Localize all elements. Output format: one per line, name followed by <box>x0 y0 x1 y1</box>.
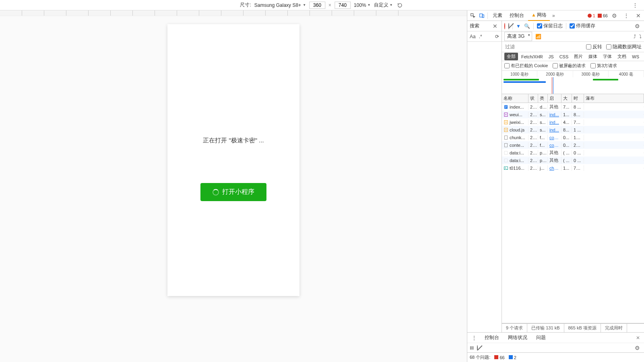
preserve-log-checkbox[interactable]: 保留日志 <box>537 23 563 29</box>
spinner-icon <box>213 189 219 195</box>
download-icon[interactable]: ⤵ <box>639 34 642 39</box>
cell-initiator[interactable]: con... <box>548 135 561 140</box>
height-input[interactable] <box>334 2 351 9</box>
table-header: 名称 状 类 启 大 时 瀑布 <box>502 94 644 103</box>
rotate-icon[interactable] <box>396 1 404 9</box>
close-icon[interactable]: ✕ <box>634 12 642 19</box>
wifi-icon[interactable]: 📶 <box>535 34 541 39</box>
cell-initiator[interactable]: chu... <box>548 165 561 171</box>
tab-elements[interactable]: 元素 <box>489 10 506 21</box>
cell-initiator[interactable]: 其他 <box>548 103 561 110</box>
clear-icon[interactable] <box>508 23 509 29</box>
table-row[interactable]: conte... 2... f... con... 0... 26... <box>502 141 644 149</box>
col-type[interactable]: 类 <box>538 94 548 103</box>
table-row[interactable]: chunk... 2... f... con... 0... 10... <box>502 134 644 141</box>
cell-initiator[interactable]: con... <box>548 142 561 148</box>
kebab-menu-icon[interactable]: ⋮ <box>630 2 641 8</box>
col-size[interactable]: 大 <box>561 94 572 103</box>
width-input[interactable] <box>309 2 325 9</box>
open-miniprogram-button[interactable]: 打开小程序 <box>200 183 266 201</box>
type-wasm[interactable]: Wasm <box>642 53 644 60</box>
table-row[interactable]: JSjweixi... 2... s... ind... 4... 72... <box>502 118 644 126</box>
hide-data-urls-checkbox[interactable]: 隐藏数据网址 <box>606 43 642 50</box>
drawer-tab-issues[interactable]: 问题 <box>532 333 550 343</box>
device-toolbar: 尺寸: Samsung Galaxy S8+ ▼ × 100% ▼ 自定义 ▼ … <box>0 0 644 10</box>
col-name[interactable]: 名称 <box>502 94 528 103</box>
cell-initiator[interactable]: 其他 <box>548 149 561 156</box>
type-font[interactable]: 字体 <box>601 53 614 60</box>
inspect-icon[interactable] <box>469 12 477 20</box>
filter-input[interactable] <box>504 43 566 51</box>
drawer-kebab-icon[interactable]: ⋮ <box>469 335 480 341</box>
type-media[interactable]: 媒体 <box>586 53 600 60</box>
table-row[interactable]: t0116... 2... j... chu... 1... 71... <box>502 164 644 172</box>
throttle-select[interactable]: 自定义 ▼ <box>374 2 393 8</box>
match-case-icon[interactable]: Aa <box>470 34 476 39</box>
cell-initiator[interactable]: ind... <box>548 127 561 133</box>
type-fetch[interactable]: Fetch/XHR <box>519 53 545 60</box>
filter-icon[interactable]: ▼ <box>516 23 521 29</box>
cell-status: 2... <box>528 119 538 125</box>
close-drawer-icon[interactable]: ✕ <box>634 335 642 341</box>
console-settings-icon[interactable]: ⚙ <box>633 345 642 351</box>
col-initiator[interactable]: 启 <box>548 94 561 103</box>
col-waterfall[interactable]: 瀑布 <box>584 94 644 103</box>
type-img[interactable]: 图片 <box>572 53 585 60</box>
invert-checkbox[interactable]: 反转 <box>586 43 602 50</box>
cell-name: data:i... <box>502 158 528 163</box>
col-time[interactable]: 时 <box>572 94 584 103</box>
blocked-cookies-checkbox[interactable]: 有已拦截的 Cookie <box>504 63 548 69</box>
search-header: 搜索 ✕ <box>467 21 502 31</box>
zoom-select[interactable]: 100% ▼ <box>354 2 371 8</box>
warning-badge[interactable]: 66 <box>598 13 608 18</box>
search-icon[interactable]: 🔍 <box>524 23 530 29</box>
close-search-icon[interactable]: ✕ <box>491 23 499 29</box>
record-icon[interactable] <box>504 23 505 29</box>
console-sidebar-icon[interactable]: ▤ <box>470 345 474 350</box>
issues-warn[interactable]: 66 <box>494 355 504 360</box>
table-row[interactable]: data:i... 2... p... 其他 ( ... 0 ... <box>502 156 644 164</box>
error-badge[interactable]: 1 <box>588 13 595 18</box>
cell-type: p... <box>538 158 548 163</box>
cell-size: ( ... <box>561 158 572 163</box>
clear-console-icon[interactable] <box>477 346 478 350</box>
throttling-select[interactable]: 高速 3G <box>504 32 532 41</box>
disable-cache-checkbox[interactable]: 停用缓存 <box>570 23 595 29</box>
table-row[interactable]: JScloud.js 2... s... ind... 8... 1 ... <box>502 126 644 134</box>
issues-info[interactable]: 2 <box>509 355 516 360</box>
device-mode-icon[interactable] <box>478 12 486 20</box>
chevron-down-icon: ▼ <box>367 3 371 7</box>
table-row[interactable]: index... 2... d... 其他 7... 8 ... <box>502 103 644 111</box>
type-ws[interactable]: WS <box>630 53 642 60</box>
type-doc[interactable]: 文档 <box>615 53 629 60</box>
regex-icon[interactable]: .* <box>479 34 482 39</box>
table-row[interactable]: data:i... 2... p... 其他 ( ... 0 ... <box>502 149 644 156</box>
cell-size: 1... <box>561 112 572 117</box>
cell-waterfall <box>584 137 644 138</box>
kebab-menu-icon[interactable]: ⋮ <box>621 12 632 19</box>
cell-initiator[interactable]: ind... <box>548 112 561 117</box>
drawer-tab-console[interactable]: 控制台 <box>481 333 503 343</box>
tab-console[interactable]: 控制台 <box>506 10 527 21</box>
red-square-icon <box>494 355 498 359</box>
cell-name: #weui... <box>502 112 528 117</box>
drawer-tab-network-conditions[interactable]: 网络状况 <box>504 333 531 343</box>
cell-time: 0 ... <box>572 150 584 156</box>
cell-initiator[interactable]: ind... <box>548 119 561 125</box>
type-js[interactable]: JS <box>546 53 556 60</box>
type-all[interactable]: 全部 <box>504 53 518 60</box>
timeline-overview[interactable]: 1000 毫秒 2000 毫秒 3000 毫秒 4000 毫 <box>502 71 644 94</box>
cell-initiator[interactable]: 其他 <box>548 157 561 164</box>
type-css[interactable]: CSS <box>557 53 571 60</box>
more-tabs-icon[interactable]: » <box>551 13 557 19</box>
blocked-requests-checkbox[interactable]: 被屏蔽的请求 <box>553 63 586 69</box>
third-party-checkbox[interactable]: 第3方请求 <box>590 63 617 69</box>
refresh-icon[interactable]: ⟳ <box>495 34 499 39</box>
tab-network[interactable]: ▲网络 <box>528 10 550 21</box>
network-settings-icon[interactable]: ⚙ <box>633 23 642 29</box>
device-select[interactable]: Samsung Galaxy S8+ ▼ <box>254 2 306 8</box>
table-row[interactable]: #weui... 2... s... ind... 1... 81... <box>502 111 644 118</box>
col-status[interactable]: 状 <box>528 94 538 103</box>
gear-icon[interactable]: ⚙ <box>610 12 619 19</box>
upload-icon[interactable]: ⤴ <box>634 34 636 39</box>
